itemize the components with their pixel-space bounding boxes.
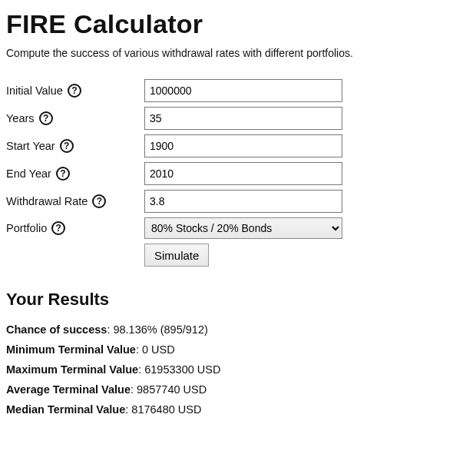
- result-chance-label: Chance of success: [6, 323, 107, 336]
- result-min-value: : 0 USD: [136, 343, 175, 356]
- result-med: Median Terminal Value: 8176480 USD: [6, 403, 470, 416]
- select-portfolio[interactable]: 80% Stocks / 20% Bonds: [144, 217, 342, 239]
- label-years: Years: [6, 112, 35, 124]
- row-years: Years ?: [6, 107, 470, 130]
- simulate-button[interactable]: Simulate: [144, 244, 209, 267]
- results-block: Chance of success: 98.136% (895/912) Min…: [6, 323, 470, 416]
- results-heading: Your Results: [6, 290, 470, 310]
- row-initial-value: Initial Value ?: [6, 79, 470, 102]
- result-avg-value: : 9857740 USD: [131, 383, 207, 396]
- input-years[interactable]: [144, 107, 342, 130]
- row-simulate: Simulate: [6, 244, 470, 267]
- result-min-label: Minimum Terminal Value: [6, 343, 136, 356]
- row-end-year: End Year ?: [6, 162, 470, 185]
- label-start-year: Start Year: [6, 140, 55, 152]
- input-withdrawal-rate[interactable]: [144, 190, 342, 213]
- label-withdrawal-rate: Withdrawal Rate: [6, 195, 88, 207]
- result-med-label: Median Terminal Value: [6, 403, 125, 416]
- input-end-year[interactable]: [144, 162, 342, 185]
- result-max-value: : 61953300 USD: [138, 363, 220, 376]
- label-initial-value: Initial Value: [6, 85, 63, 97]
- help-icon[interactable]: ?: [68, 84, 81, 98]
- row-withdrawal-rate: Withdrawal Rate ?: [6, 190, 470, 213]
- result-chance: Chance of success: 98.136% (895/912): [6, 323, 470, 336]
- row-start-year: Start Year ?: [6, 134, 470, 157]
- result-max: Maximum Terminal Value: 61953300 USD: [6, 363, 470, 376]
- result-chance-value: : 98.136% (895/912): [107, 323, 207, 336]
- help-icon[interactable]: ?: [56, 167, 70, 181]
- help-icon[interactable]: ?: [39, 111, 53, 125]
- help-icon[interactable]: ?: [51, 221, 65, 235]
- page-title: FIRE Calculator: [6, 9, 470, 39]
- row-portfolio: Portfolio ? 80% Stocks / 20% Bonds: [6, 217, 470, 239]
- result-avg: Average Terminal Value: 9857740 USD: [6, 383, 470, 396]
- input-initial-value[interactable]: [144, 79, 342, 102]
- result-med-value: : 8176480 USD: [125, 403, 201, 416]
- intro-text: Compute the success of various withdrawa…: [6, 47, 470, 59]
- result-min: Minimum Terminal Value: 0 USD: [6, 343, 470, 356]
- help-icon[interactable]: ?: [60, 139, 74, 153]
- help-icon[interactable]: ?: [92, 194, 106, 208]
- result-avg-label: Average Terminal Value: [6, 383, 131, 396]
- result-max-label: Maximum Terminal Value: [6, 363, 138, 376]
- input-start-year[interactable]: [144, 134, 342, 157]
- label-end-year: End Year: [6, 167, 51, 180]
- label-portfolio: Portfolio: [6, 222, 47, 234]
